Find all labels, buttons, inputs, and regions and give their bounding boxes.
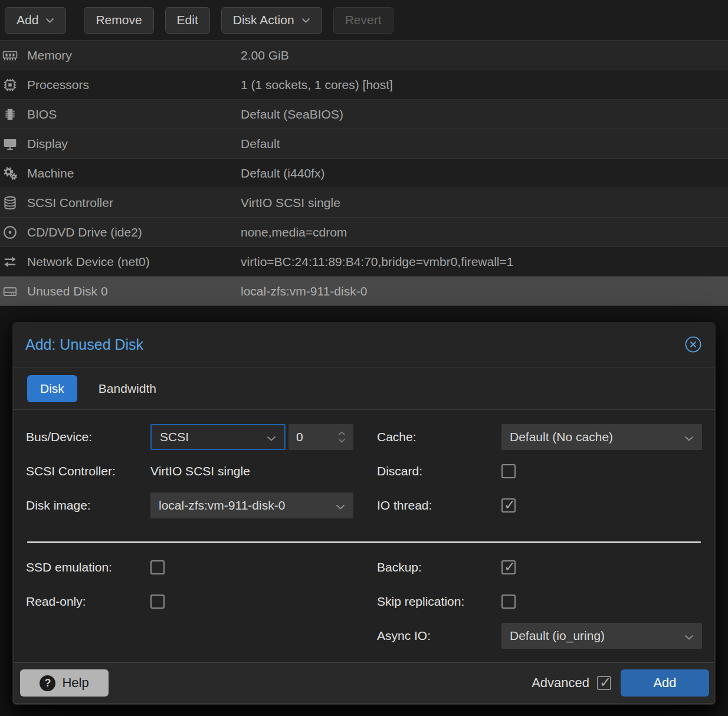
chevron-down-icon: [684, 629, 694, 643]
table-row-network[interactable]: Network Device (net0) virtio=BC:24:11:89…: [0, 247, 728, 277]
table-row-display[interactable]: Display Default: [0, 129, 728, 159]
ssd-emulation-label: SSD emulation:: [26, 560, 150, 574]
disk-image-value: local-zfs:vm-911-disk-0: [159, 498, 285, 513]
dialog-footer: ? Help Advanced Add: [14, 662, 714, 704]
close-icon[interactable]: [684, 335, 703, 354]
row-label: CD/DVD Drive (ide2): [27, 225, 241, 239]
backup-label: Backup:: [377, 560, 501, 574]
memory-icon: [0, 48, 27, 63]
row-label: Network Device (net0): [27, 255, 241, 269]
row-value: none,media=cdrom: [241, 225, 728, 239]
disk-action-button[interactable]: Disk Action: [221, 7, 322, 34]
disk-image-select[interactable]: local-zfs:vm-911-disk-0: [150, 492, 353, 518]
row-label: BIOS: [27, 107, 241, 121]
async-io-label: Async IO:: [377, 629, 501, 643]
skip-replication-checkbox[interactable]: [501, 595, 516, 609]
disk-form: Bus/Device: SCSI 0: [14, 410, 714, 662]
row-label: Display: [27, 137, 241, 151]
skip-replication-label: Skip replication:: [377, 595, 501, 609]
row-label: Machine: [27, 166, 241, 180]
scsi-controller-label: SCSI Controller:: [26, 464, 150, 478]
row-value: VirtIO SCSI single: [241, 196, 728, 210]
table-row-machine[interactable]: Machine Default (i440fx): [0, 159, 728, 188]
dialog-title: Add: Unused Disk: [25, 336, 684, 353]
chevron-up-icon: [338, 431, 346, 436]
read-only-label: Read-only:: [26, 595, 150, 609]
row-label: SCSI Controller: [27, 196, 241, 210]
chevron-down-icon: [336, 498, 345, 513]
table-row-processors[interactable]: Processors 1 (1 sockets, 1 cores) [host]: [0, 70, 728, 100]
hardware-toolbar: Add Remove Edit Disk Action Revert: [0, 0, 728, 41]
gears-icon: [0, 166, 27, 181]
io-thread-checkbox[interactable]: [501, 498, 516, 513]
row-label: Processors: [27, 78, 241, 92]
bus-device-value: SCSI: [160, 430, 189, 444]
dialog-tab-strip: Disk Bandwidth: [14, 367, 714, 410]
advanced-checkbox[interactable]: [597, 676, 611, 690]
scsi-controller-value: VirtIO SCSI single: [150, 464, 250, 478]
help-button-label: Help: [62, 675, 88, 691]
table-row-scsi-controller[interactable]: SCSI Controller VirtIO SCSI single: [0, 188, 728, 218]
stepper-arrows[interactable]: [338, 431, 346, 443]
ssd-emulation-checkbox[interactable]: [150, 560, 165, 574]
discard-checkbox[interactable]: [501, 464, 516, 478]
cdrom-icon: [0, 225, 27, 240]
bus-device-number-stepper[interactable]: 0: [288, 424, 353, 450]
hdd-icon: [0, 284, 27, 299]
row-value: Default (SeaBIOS): [241, 107, 728, 121]
revert-button-label: Revert: [345, 13, 382, 27]
disk-action-button-label: Disk Action: [233, 13, 294, 27]
io-thread-label: IO thread:: [377, 498, 501, 513]
chevron-down-icon: [267, 430, 276, 444]
cache-value: Default (No cache): [510, 430, 613, 444]
edit-button-label: Edit: [177, 13, 198, 27]
tab-bandwidth[interactable]: Bandwidth: [86, 375, 169, 402]
question-circle-icon: ?: [40, 675, 55, 691]
bus-device-label: Bus/Device:: [26, 430, 150, 444]
table-row-bios[interactable]: BIOS Default (SeaBIOS): [0, 100, 728, 129]
bus-device-number: 0: [296, 430, 303, 444]
discard-label: Discard:: [377, 464, 501, 478]
advanced-section-divider: [27, 541, 701, 543]
dialog-body: Disk Bandwidth Bus/Device: SCSI 0: [14, 367, 714, 662]
async-io-select[interactable]: Default (io_uring): [501, 623, 702, 649]
read-only-checkbox[interactable]: [150, 595, 165, 609]
revert-button[interactable]: Revert: [333, 7, 393, 34]
row-label: Unused Disk 0: [27, 284, 241, 298]
table-row-unused-disk[interactable]: Unused Disk 0 local-zfs:vm-911-disk-0: [0, 277, 728, 306]
help-button[interactable]: ? Help: [20, 669, 109, 697]
row-value: virtio=BC:24:11:89:B4:70,bridge=vmbr0,fi…: [241, 255, 728, 269]
disk-image-label: Disk image:: [26, 498, 150, 513]
edit-button[interactable]: Edit: [165, 7, 210, 34]
chevron-down-icon: [684, 430, 694, 444]
table-row-cdrom[interactable]: CD/DVD Drive (ide2) none,media=cdrom: [0, 218, 728, 247]
row-value: 1 (1 sockets, 1 cores) [host]: [241, 78, 728, 92]
row-value: Default (i440fx): [241, 166, 728, 180]
cache-select[interactable]: Default (No cache): [501, 424, 702, 450]
add-button-label: Add: [17, 13, 38, 27]
network-exchange-icon: [0, 254, 27, 270]
async-io-value: Default (io_uring): [510, 629, 605, 643]
hardware-table: Memory 2.00 GiB Processors 1 (1 sockets,…: [0, 41, 728, 306]
database-icon: [0, 195, 27, 211]
cpu-icon: [0, 77, 27, 93]
chevron-down-icon: [45, 18, 54, 23]
row-value: Default: [241, 137, 728, 151]
bios-icon: [0, 107, 27, 122]
row-label: Memory: [27, 48, 241, 63]
row-value: local-zfs:vm-911-disk-0: [241, 284, 728, 298]
display-icon: [0, 136, 27, 152]
add-submit-button[interactable]: Add: [621, 669, 709, 697]
chevron-down-icon: [301, 18, 310, 23]
remove-button[interactable]: Remove: [84, 7, 153, 34]
add-unused-disk-dialog: Add: Unused Disk Disk Bandwidth Bus/Devi…: [12, 321, 716, 705]
table-row-memory[interactable]: Memory 2.00 GiB: [0, 41, 728, 70]
add-button[interactable]: Add: [5, 7, 66, 34]
tab-disk[interactable]: Disk: [27, 375, 77, 402]
remove-button-label: Remove: [96, 13, 142, 27]
advanced-label: Advanced: [532, 675, 589, 691]
bus-device-select[interactable]: SCSI: [150, 424, 286, 450]
dialog-header: Add: Unused Disk: [12, 322, 716, 367]
backup-checkbox[interactable]: [501, 560, 516, 574]
row-value: 2.00 GiB: [241, 48, 728, 63]
